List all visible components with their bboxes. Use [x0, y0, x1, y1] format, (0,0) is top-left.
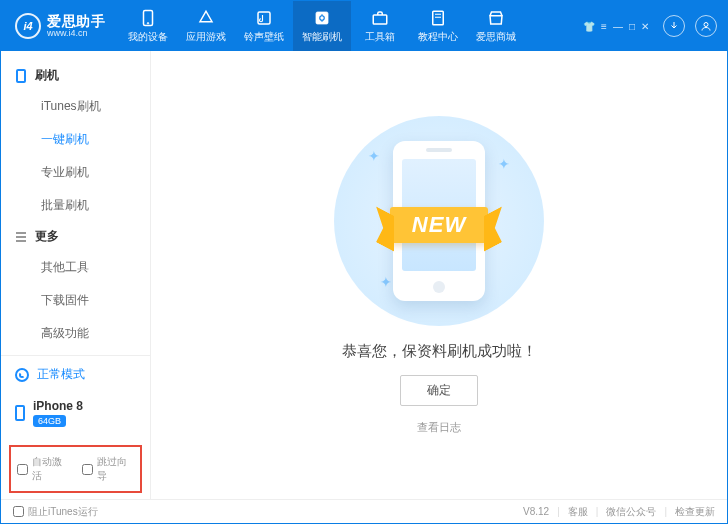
sidebar-item-pro[interactable]: 专业刷机 [1, 156, 150, 189]
menu-icon[interactable]: ≡ [601, 21, 607, 32]
checkbox-label: 自动激活 [32, 455, 70, 483]
tab-label: 我的设备 [128, 30, 168, 44]
minimize-icon[interactable]: — [613, 21, 623, 32]
body: 刷机 iTunes刷机 一键刷机 专业刷机 批量刷机 更多 其他工具 下载固件 … [1, 51, 727, 499]
support-link[interactable]: 客服 [568, 505, 588, 519]
refresh-icon [313, 9, 331, 27]
svg-rect-5 [433, 11, 444, 25]
svg-rect-4 [373, 15, 387, 24]
success-message: 恭喜您，保资料刷机成功啦！ [342, 342, 537, 361]
shop-icon [487, 9, 505, 27]
device-name: iPhone 8 [33, 399, 83, 413]
tab-tutorial[interactable]: 教程中心 [409, 1, 467, 51]
sidebar-item-itunes[interactable]: iTunes刷机 [1, 90, 150, 123]
svg-point-6 [704, 23, 708, 27]
close-icon[interactable]: ✕ [641, 21, 649, 32]
tab-apps[interactable]: 应用游戏 [177, 1, 235, 51]
tab-label: 应用游戏 [186, 30, 226, 44]
svg-rect-3 [316, 12, 328, 24]
statusbar: 阻止iTunes运行 V8.12| 客服| 微信公众号| 检查更新 [1, 499, 727, 523]
app-name: 爱思助手 [47, 14, 105, 29]
maximize-icon[interactable]: □ [629, 21, 635, 32]
user-button[interactable] [695, 15, 717, 37]
svg-rect-2 [258, 12, 270, 24]
tab-label: 工具箱 [365, 30, 395, 44]
tab-label: 爱思商城 [476, 30, 516, 44]
sidebar-lower: 正常模式 iPhone 8 64GB 自动激活 跳过向导 [1, 355, 150, 499]
titlebar: i4 爱思助手 www.i4.cn 我的设备 应用游戏 铃声壁纸 智能刷机 [1, 1, 727, 51]
tab-label: 铃声壁纸 [244, 30, 284, 44]
sidebar-item-advanced[interactable]: 高级功能 [1, 317, 150, 350]
sidebar-item-other[interactable]: 其他工具 [1, 251, 150, 284]
version-label: V8.12 [523, 506, 549, 517]
section-title: 刷机 [35, 67, 59, 84]
tab-label: 教程中心 [418, 30, 458, 44]
skip-wizard-checkbox[interactable]: 跳过向导 [82, 455, 135, 483]
toolbox-icon [371, 9, 389, 27]
device-storage-badge: 64GB [33, 415, 66, 427]
sparkle-icon: ✦ [368, 148, 380, 164]
svg-point-1 [147, 22, 149, 24]
auto-activate-checkbox[interactable]: 自动激活 [17, 455, 70, 483]
book-icon [429, 9, 447, 27]
music-icon [255, 9, 273, 27]
phone-icon [139, 9, 157, 27]
wechat-link[interactable]: 微信公众号 [606, 505, 656, 519]
success-illustration: ✦ ✦ ✦ NEW [334, 116, 544, 326]
tab-toolbox[interactable]: 工具箱 [351, 1, 409, 51]
section-flash[interactable]: 刷机 [1, 61, 150, 90]
sparkle-icon: ✦ [498, 156, 510, 172]
main-panel: ✦ ✦ ✦ NEW 恭喜您，保资料刷机成功啦！ 确定 查看日志 [151, 51, 727, 499]
download-button[interactable] [663, 15, 685, 37]
checkbox-label: 阻止iTunes运行 [28, 505, 98, 519]
flash-options-box: 自动激活 跳过向导 [9, 445, 142, 493]
sidebar-nav: 刷机 iTunes刷机 一键刷机 专业刷机 批量刷机 更多 其他工具 下载固件 … [1, 51, 150, 355]
status-text: 正常模式 [37, 366, 85, 383]
logo-icon: i4 [15, 13, 41, 39]
app-window: i4 爱思助手 www.i4.cn 我的设备 应用游戏 铃声壁纸 智能刷机 [0, 0, 728, 524]
section-more[interactable]: 更多 [1, 222, 150, 251]
new-ribbon: NEW [329, 207, 549, 243]
ok-button[interactable]: 确定 [400, 375, 478, 406]
view-log-link[interactable]: 查看日志 [417, 420, 461, 435]
sidebar-item-download[interactable]: 下载固件 [1, 284, 150, 317]
top-tabs: 我的设备 应用游戏 铃声壁纸 智能刷机 工具箱 教程中心 [119, 1, 525, 51]
tab-device[interactable]: 我的设备 [119, 1, 177, 51]
sidebar-item-onekey[interactable]: 一键刷机 [1, 123, 150, 156]
tab-ring[interactable]: 铃声壁纸 [235, 1, 293, 51]
sparkle-icon: ✦ [380, 274, 392, 290]
app-logo: i4 爱思助手 www.i4.cn [1, 13, 119, 39]
burger-icon [16, 232, 26, 242]
sidebar: 刷机 iTunes刷机 一键刷机 专业刷机 批量刷机 更多 其他工具 下载固件 … [1, 51, 151, 499]
block-itunes-checkbox[interactable]: 阻止iTunes运行 [13, 505, 98, 519]
connected-device[interactable]: iPhone 8 64GB [1, 393, 150, 439]
checkbox-label: 跳过向导 [97, 455, 135, 483]
tab-flash[interactable]: 智能刷机 [293, 1, 351, 51]
apps-icon [197, 9, 215, 27]
sidebar-item-batch[interactable]: 批量刷机 [1, 189, 150, 222]
shirt-icon[interactable]: 👕 [583, 21, 595, 32]
check-update-link[interactable]: 检查更新 [675, 505, 715, 519]
status-icon [15, 368, 29, 382]
phone-icon [16, 69, 26, 83]
titlebar-right: 👕 ≡ — □ ✕ [583, 15, 727, 37]
tab-label: 智能刷机 [302, 30, 342, 44]
tab-mall[interactable]: 爱思商城 [467, 1, 525, 51]
device-icon [15, 405, 25, 421]
device-mode-status[interactable]: 正常模式 [1, 356, 150, 393]
section-title: 更多 [35, 228, 59, 245]
app-url: www.i4.cn [47, 29, 105, 38]
